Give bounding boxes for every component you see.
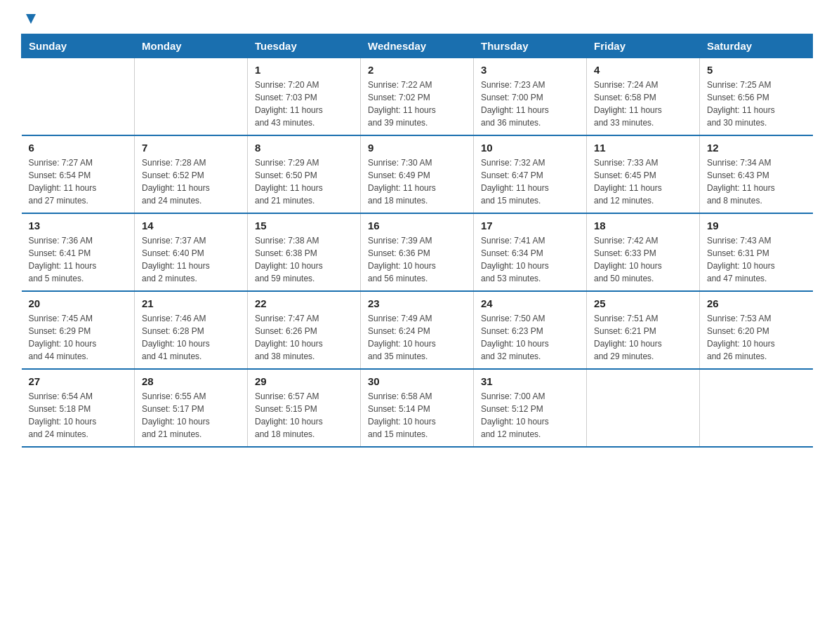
day-info: Sunrise: 7:50 AM Sunset: 6:23 PM Dayligh…	[481, 312, 579, 363]
day-info: Sunrise: 7:20 AM Sunset: 7:03 PM Dayligh…	[255, 79, 353, 129]
day-number: 23	[368, 297, 466, 309]
day-info: Sunrise: 7:42 AM Sunset: 6:33 PM Dayligh…	[594, 234, 692, 285]
calendar-week-row: 20Sunrise: 7:45 AM Sunset: 6:29 PM Dayli…	[22, 291, 813, 369]
day-number: 27	[29, 375, 128, 387]
calendar-cell: 26Sunrise: 7:53 AM Sunset: 6:20 PM Dayli…	[700, 291, 813, 369]
day-number: 9	[368, 142, 466, 154]
day-number: 15	[255, 220, 353, 232]
day-number: 6	[29, 142, 128, 154]
day-number: 31	[481, 375, 579, 387]
calendar-cell: 29Sunrise: 6:57 AM Sunset: 5:15 PM Dayli…	[248, 369, 361, 447]
day-info: Sunrise: 7:33 AM Sunset: 6:45 PM Dayligh…	[594, 156, 692, 207]
calendar-cell: 31Sunrise: 7:00 AM Sunset: 5:12 PM Dayli…	[474, 369, 587, 447]
day-number: 4	[594, 64, 692, 76]
day-info: Sunrise: 7:47 AM Sunset: 6:26 PM Dayligh…	[255, 312, 353, 363]
day-number: 12	[707, 142, 806, 154]
day-number: 13	[29, 220, 128, 232]
calendar-cell: 2Sunrise: 7:22 AM Sunset: 7:02 PM Daylig…	[361, 58, 474, 136]
day-info: Sunrise: 6:54 AM Sunset: 5:18 PM Dayligh…	[29, 390, 128, 441]
calendar-cell: 19Sunrise: 7:43 AM Sunset: 6:31 PM Dayli…	[700, 213, 813, 291]
day-number: 29	[255, 375, 353, 387]
day-header-wednesday: Wednesday	[361, 34, 474, 58]
calendar-cell: 10Sunrise: 7:32 AM Sunset: 6:47 PM Dayli…	[474, 135, 587, 213]
calendar-cell: 18Sunrise: 7:42 AM Sunset: 6:33 PM Dayli…	[587, 213, 700, 291]
calendar-cell: 13Sunrise: 7:36 AM Sunset: 6:41 PM Dayli…	[22, 213, 135, 291]
calendar-cell: 9Sunrise: 7:30 AM Sunset: 6:49 PM Daylig…	[361, 135, 474, 213]
day-number: 28	[142, 375, 240, 387]
day-info: Sunrise: 7:49 AM Sunset: 6:24 PM Dayligh…	[368, 312, 466, 363]
day-info: Sunrise: 7:43 AM Sunset: 6:31 PM Dayligh…	[707, 234, 806, 285]
day-info: Sunrise: 7:22 AM Sunset: 7:02 PM Dayligh…	[368, 79, 466, 129]
calendar-cell: 1Sunrise: 7:20 AM Sunset: 7:03 PM Daylig…	[248, 58, 361, 136]
day-info: Sunrise: 7:53 AM Sunset: 6:20 PM Dayligh…	[707, 312, 806, 363]
day-number: 2	[368, 64, 466, 76]
day-number: 1	[255, 64, 353, 76]
calendar-cell: 8Sunrise: 7:29 AM Sunset: 6:50 PM Daylig…	[248, 135, 361, 213]
day-number: 8	[255, 142, 353, 154]
day-number: 30	[368, 375, 466, 387]
day-info: Sunrise: 7:46 AM Sunset: 6:28 PM Dayligh…	[142, 312, 240, 363]
calendar-cell: 11Sunrise: 7:33 AM Sunset: 6:45 PM Dayli…	[587, 135, 700, 213]
calendar-week-row: 6Sunrise: 7:27 AM Sunset: 6:54 PM Daylig…	[22, 135, 813, 213]
calendar-table: SundayMondayTuesdayWednesdayThursdayFrid…	[21, 34, 813, 448]
day-number: 7	[142, 142, 240, 154]
calendar-cell: 12Sunrise: 7:34 AM Sunset: 6:43 PM Dayli…	[700, 135, 813, 213]
day-info: Sunrise: 7:36 AM Sunset: 6:41 PM Dayligh…	[29, 234, 128, 285]
day-number: 25	[594, 297, 692, 309]
day-info: Sunrise: 7:32 AM Sunset: 6:47 PM Dayligh…	[481, 156, 579, 207]
svg-marker-0	[26, 14, 36, 24]
day-header-thursday: Thursday	[474, 34, 587, 58]
day-info: Sunrise: 6:57 AM Sunset: 5:15 PM Dayligh…	[255, 390, 353, 441]
calendar-cell	[22, 58, 135, 136]
day-info: Sunrise: 7:28 AM Sunset: 6:52 PM Dayligh…	[142, 156, 240, 207]
calendar-cell: 20Sunrise: 7:45 AM Sunset: 6:29 PM Dayli…	[22, 291, 135, 369]
calendar-cell: 3Sunrise: 7:23 AM Sunset: 7:00 PM Daylig…	[474, 58, 587, 136]
calendar-cell: 23Sunrise: 7:49 AM Sunset: 6:24 PM Dayli…	[361, 291, 474, 369]
day-info: Sunrise: 7:30 AM Sunset: 6:49 PM Dayligh…	[368, 156, 466, 207]
day-info: Sunrise: 7:45 AM Sunset: 6:29 PM Dayligh…	[29, 312, 128, 363]
calendar-cell	[587, 369, 700, 447]
day-info: Sunrise: 7:39 AM Sunset: 6:36 PM Dayligh…	[368, 234, 466, 285]
day-number: 14	[142, 220, 240, 232]
calendar-cell: 6Sunrise: 7:27 AM Sunset: 6:54 PM Daylig…	[22, 135, 135, 213]
day-number: 17	[481, 220, 579, 232]
day-number: 5	[707, 64, 806, 76]
day-number: 11	[594, 142, 692, 154]
day-number: 10	[481, 142, 579, 154]
day-info: Sunrise: 7:25 AM Sunset: 6:56 PM Dayligh…	[707, 79, 806, 129]
day-header-sunday: Sunday	[22, 34, 135, 58]
day-info: Sunrise: 7:23 AM Sunset: 7:00 PM Dayligh…	[481, 79, 579, 129]
day-number: 3	[481, 64, 579, 76]
calendar-week-row: 1Sunrise: 7:20 AM Sunset: 7:03 PM Daylig…	[22, 58, 813, 136]
page-header	[21, 14, 813, 27]
day-number: 26	[707, 297, 806, 309]
calendar-cell: 25Sunrise: 7:51 AM Sunset: 6:21 PM Dayli…	[587, 291, 700, 369]
day-number: 16	[368, 220, 466, 232]
calendar-cell: 15Sunrise: 7:38 AM Sunset: 6:38 PM Dayli…	[248, 213, 361, 291]
day-info: Sunrise: 7:38 AM Sunset: 6:38 PM Dayligh…	[255, 234, 353, 285]
calendar-cell: 22Sunrise: 7:47 AM Sunset: 6:26 PM Dayli…	[248, 291, 361, 369]
calendar-cell: 27Sunrise: 6:54 AM Sunset: 5:18 PM Dayli…	[22, 369, 135, 447]
day-info: Sunrise: 7:27 AM Sunset: 6:54 PM Dayligh…	[29, 156, 128, 207]
calendar-cell: 24Sunrise: 7:50 AM Sunset: 6:23 PM Dayli…	[474, 291, 587, 369]
day-number: 19	[707, 220, 806, 232]
calendar-cell: 16Sunrise: 7:39 AM Sunset: 6:36 PM Dayli…	[361, 213, 474, 291]
calendar-cell: 14Sunrise: 7:37 AM Sunset: 6:40 PM Dayli…	[135, 213, 248, 291]
day-info: Sunrise: 6:55 AM Sunset: 5:17 PM Dayligh…	[142, 390, 240, 441]
logo	[21, 14, 39, 27]
day-header-tuesday: Tuesday	[248, 34, 361, 58]
calendar-cell: 5Sunrise: 7:25 AM Sunset: 6:56 PM Daylig…	[700, 58, 813, 136]
day-number: 20	[29, 297, 128, 309]
calendar-cell: 28Sunrise: 6:55 AM Sunset: 5:17 PM Dayli…	[135, 369, 248, 447]
calendar-week-row: 13Sunrise: 7:36 AM Sunset: 6:41 PM Dayli…	[22, 213, 813, 291]
day-header-monday: Monday	[135, 34, 248, 58]
day-number: 21	[142, 297, 240, 309]
day-info: Sunrise: 7:37 AM Sunset: 6:40 PM Dayligh…	[142, 234, 240, 285]
day-header-saturday: Saturday	[700, 34, 813, 58]
day-info: Sunrise: 7:29 AM Sunset: 6:50 PM Dayligh…	[255, 156, 353, 207]
day-number: 18	[594, 220, 692, 232]
day-number: 22	[255, 297, 353, 309]
calendar-cell: 7Sunrise: 7:28 AM Sunset: 6:52 PM Daylig…	[135, 135, 248, 213]
calendar-header-row: SundayMondayTuesdayWednesdayThursdayFrid…	[22, 34, 813, 58]
calendar-cell: 4Sunrise: 7:24 AM Sunset: 6:58 PM Daylig…	[587, 58, 700, 136]
